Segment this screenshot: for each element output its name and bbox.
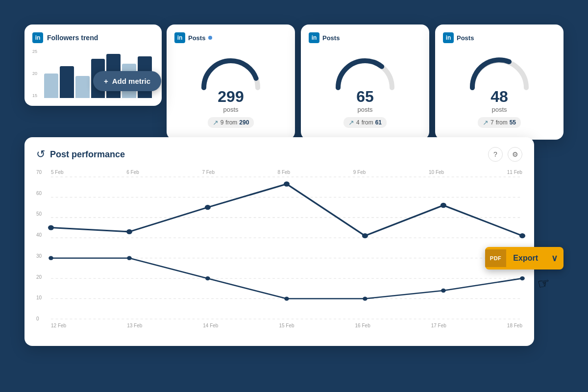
trend-change-2: 4 [356,119,360,126]
svg-point-12 [362,233,368,238]
svg-point-17 [205,276,210,280]
svg-point-9 [126,229,132,234]
trend-change-3: 7 [490,119,494,126]
gauge-2: 65 posts ↗ 4 from 61 [309,47,421,132]
gauge-1: 299 posts ↗ 9 from 290 [174,47,287,132]
gauge-svg-3 [465,51,534,90]
bar [60,66,74,98]
trend-base-3: 55 [510,119,516,126]
followers-card: in Followers trend 25 20 15 [24,24,162,106]
posts-card-3: in Posts 48 posts ↗ 7 from 55 [435,24,564,140]
performance-title-group: ↺ Post performance [36,148,125,161]
trend-base-1: 290 [239,119,249,126]
followers-card-title: Followers trend [47,34,98,42]
bottom-x-labels: 12 Feb 13 Feb 14 Feb 15 Feb 16 Feb 17 Fe… [51,323,522,328]
dot-indicator-1 [208,36,212,40]
posts-card-1-header: in Posts [174,32,287,43]
chevron-down-icon[interactable]: ∨ [545,247,564,270]
trend-from-1: from [225,119,237,126]
linkedin-icon-posts2: in [309,32,319,43]
svg-point-19 [363,296,368,300]
add-metric-label: Add metric [112,77,150,85]
posts-card-3-header: in Posts [443,32,556,43]
settings-button[interactable]: ⚙ [508,147,522,162]
gauge-unit-2: posts [357,106,372,113]
svg-point-11 [284,181,290,186]
gauge-value-1: 299 [218,88,244,106]
top-x-labels: 5 Feb 6 Feb 7 Feb 8 Feb 9 Feb 10 Feb 11 … [51,170,522,175]
gauge-unit-3: posts [491,106,507,113]
posts-card-2: in Posts 65 posts ↗ 4 from 61 [301,24,429,140]
chart-y-labels: 25 20 15 [32,49,37,98]
performance-icon: ↺ [36,148,45,161]
export-label: Export [506,248,545,269]
gauge-svg-1 [196,51,265,90]
posts-label-1: Posts [188,34,205,42]
posts-cards-row: in Posts 299 posts ↗ 9 from 290 [167,24,564,140]
trend-change-1: 9 [220,119,224,126]
pdf-badge: PDF [485,249,507,267]
export-button[interactable]: PDF Export ∨ [485,247,564,270]
gauge-value-3: 48 [490,88,508,106]
linkedin-icon: in [32,32,43,43]
gauge-svg-2 [331,51,399,90]
bar [44,74,58,98]
trend-from-3: from [496,119,508,126]
trend-arrow-2: ↗ [348,119,354,126]
posts-label-2: Posts [322,34,340,42]
gauge-3: 48 posts ↗ 7 from 55 [443,47,556,132]
line-chart-svg [51,177,522,319]
svg-point-20 [441,289,446,293]
gauge-trend-3: ↗ 7 from 55 [478,117,521,128]
svg-point-15 [49,256,53,260]
trend-arrow-3: ↗ [483,119,489,126]
chart-y-axis: 70 60 50 40 30 20 10 0 [36,170,49,321]
svg-point-16 [127,256,132,260]
posts-label-3: Posts [457,34,474,42]
gauge-value-2: 65 [356,88,374,106]
svg-point-10 [205,205,211,210]
gauge-trend-2: ↗ 4 from 61 [343,117,387,128]
svg-point-8 [48,225,54,230]
help-button[interactable]: ? [488,147,503,162]
svg-point-14 [519,233,525,238]
linkedin-icon-posts1: in [174,32,185,43]
linkedin-icon-posts3: in [443,32,454,43]
cursor-icon: ☞ [536,274,551,293]
posts-card-2-header: in Posts [309,32,421,43]
svg-point-21 [520,276,525,280]
trend-from-2: from [362,119,373,126]
bar [75,76,90,98]
trend-base-2: 61 [375,119,382,126]
chart-plot: 5 Feb 6 Feb 7 Feb 8 Feb 9 Feb 10 Feb 11 … [51,170,522,321]
chart-area: 70 60 50 40 30 20 10 0 5 Feb 6 Feb 7 Feb… [36,170,522,336]
add-metric-icon: + [104,77,108,85]
gauge-unit-1: posts [223,106,238,113]
posts-card-1: in Posts 299 posts ↗ 9 from 290 [167,24,295,140]
gauge-trend-1: ↗ 9 from 290 [208,117,254,128]
performance-title: Post performance [50,149,125,160]
add-metric-button[interactable]: + Add metric [93,71,161,91]
trend-arrow-1: ↗ [213,119,219,126]
header-icons: ? ⚙ [488,147,522,162]
followers-card-header: in Followers trend [32,32,154,43]
performance-header: ↺ Post performance ? ⚙ [36,147,522,162]
performance-card: ↺ Post performance ? ⚙ 70 60 50 40 30 20… [24,137,534,346]
svg-point-18 [284,296,289,300]
svg-point-13 [441,203,446,208]
